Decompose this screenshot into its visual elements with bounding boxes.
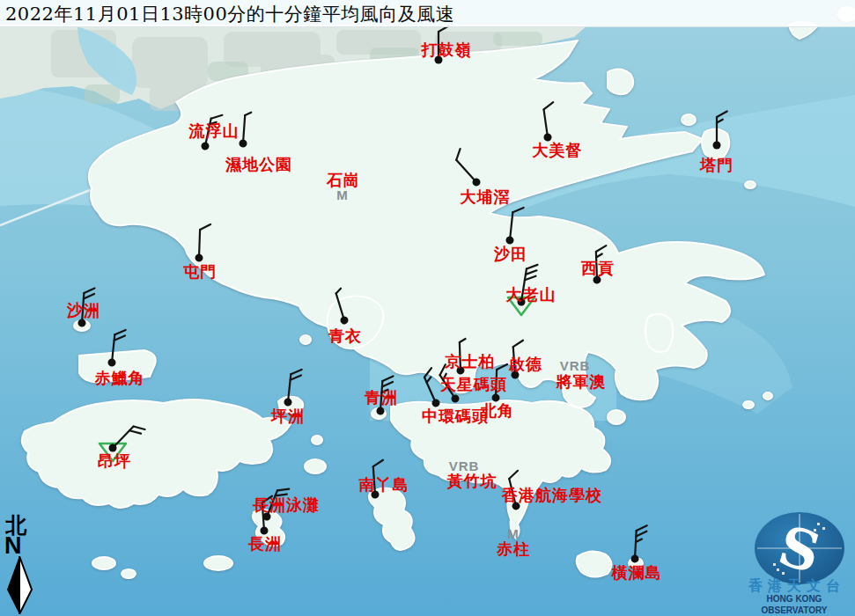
- hko-logo-text: 香港天文台 HONG KONG OBSERVATORY: [735, 502, 853, 616]
- station-label-waglan-island[interactable]: 橫瀾島: [612, 565, 662, 581]
- station-label-lamma-island[interactable]: 南丫島: [359, 477, 409, 493]
- logo-name-english: HONG KONG OBSERVATORY: [735, 594, 853, 616]
- station-label-peng-chau[interactable]: 坪洲: [271, 408, 305, 424]
- logo-name-chinese: 香港天文台: [741, 578, 853, 594]
- station-label-tates-cairn[interactable]: 大老山: [506, 287, 556, 303]
- station-label-star-ferry[interactable]: 天星碼頭: [440, 377, 507, 392]
- station-label-tai-po-kau[interactable]: 大埔滘: [461, 189, 511, 205]
- station-label-chek-lap-kok[interactable]: 赤鱲角: [95, 370, 145, 386]
- map-canvas: S: [0, 0, 855, 616]
- station-label-lau-fau-shan[interactable]: 流浮山: [189, 123, 240, 139]
- compass-north-letter: N: [4, 536, 42, 556]
- station-label-hk-sea-school[interactable]: 香港航海學校: [502, 488, 602, 503]
- station-label-sha-tin[interactable]: 沙田: [494, 246, 527, 262]
- station-label-tseung-kwan-o[interactable]: 將軍澳: [556, 374, 607, 390]
- station-label-kai-tak[interactable]: 啟德: [509, 356, 542, 372]
- station-label-cheung-chau[interactable]: 長洲: [248, 536, 282, 552]
- station-label-wetland-park[interactable]: 濕地公園: [225, 157, 292, 172]
- land-kat-o: [608, 69, 633, 94]
- wind-map-app: S 打鼓嶺流浮山濕地公園石崗M大美督塔門大埔滘沙田屯門西貢沙洲大老山青衣赤鱲角京…: [0, 0, 855, 616]
- station-label-ngong-ping[interactable]: 昂坪: [98, 453, 131, 469]
- station-label-tuen-mun[interactable]: 屯門: [183, 264, 217, 280]
- north-arrow-icon: [5, 556, 35, 614]
- station-label-north-point[interactable]: 北角: [481, 403, 514, 419]
- station-label-tsing-yi[interactable]: 青衣: [328, 328, 362, 344]
- station-dot: [713, 142, 721, 150]
- station-label-cheung-chau-beach[interactable]: 長洲泳灘: [253, 497, 320, 513]
- station-label-shek-kong[interactable]: 石崗: [327, 172, 360, 188]
- north-compass: 北 N: [4, 514, 42, 614]
- map-title: 2022年11月01日13時00分的十分鐘平均風向及風速: [5, 2, 454, 26]
- station-label-tap-mun[interactable]: 塔門: [700, 158, 733, 173]
- station-label-wong-chuk-hang[interactable]: 黃竹坑: [447, 473, 498, 489]
- station-label-kings-park[interactable]: 京士柏: [446, 354, 496, 370]
- title-band: 2022年11月01日13時00分的十分鐘平均風向及風速: [0, 0, 855, 27]
- station-label-ta-kwu-ling[interactable]: 打鼓嶺: [422, 42, 472, 58]
- station-label-stanley[interactable]: 赤柱: [497, 541, 530, 557]
- station-label-sha-chau[interactable]: 沙洲: [67, 303, 100, 319]
- land-kau-sai-chau: [645, 314, 673, 352]
- station-label-central-pier[interactable]: 中環碼頭: [422, 408, 489, 424]
- station-label-tai-mei-tuk[interactable]: 大美督: [533, 143, 583, 158]
- station-label-green-island[interactable]: 青洲: [365, 390, 398, 406]
- land-po-toi: [577, 551, 612, 576]
- station-label-sai-kung[interactable]: 西貢: [581, 260, 615, 276]
